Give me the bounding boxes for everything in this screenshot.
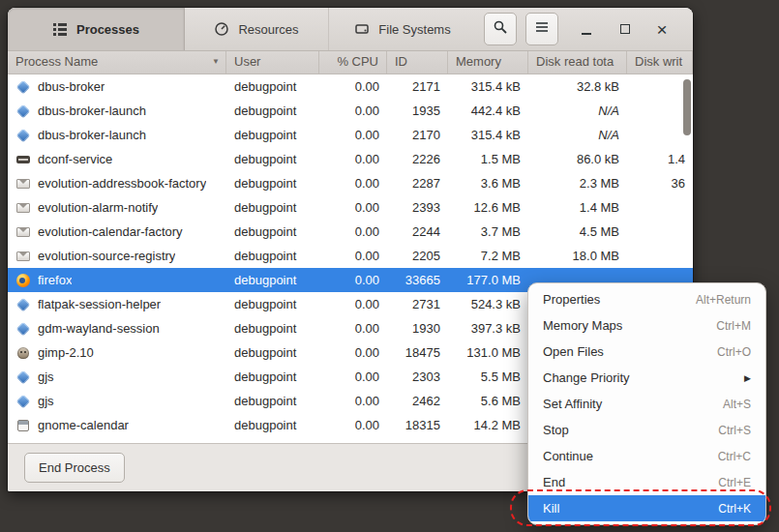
process-disk-read: 4.5 MB bbox=[528, 224, 627, 239]
end-process-button[interactable]: End Process bbox=[24, 453, 125, 483]
process-icon bbox=[15, 321, 31, 337]
context-menu-item-label: Open Files bbox=[543, 344, 604, 359]
process-id: 2171 bbox=[387, 79, 448, 94]
table-column-headers: Process Name ▼ User % CPU ID Memory Disk… bbox=[8, 51, 693, 74]
context-menu-item-accel: Alt+Return bbox=[696, 293, 751, 307]
context-menu-item-accel: Ctrl+M bbox=[716, 319, 751, 333]
scrollbar-thumb[interactable] bbox=[683, 79, 691, 135]
process-id: 1930 bbox=[387, 321, 448, 336]
process-cpu: 0.00 bbox=[319, 321, 387, 336]
context-menu-item-accel: Alt+S bbox=[723, 398, 751, 411]
process-icon bbox=[15, 394, 31, 409]
process-memory: 131.0 MB bbox=[448, 345, 528, 360]
context-menu-item-label: Properties bbox=[543, 292, 600, 307]
table-row[interactable]: evolution-addressbook-factory debugpoint… bbox=[8, 171, 693, 195]
tab-file-systems[interactable]: File Systems bbox=[329, 8, 476, 50]
process-user: debugpoint bbox=[226, 176, 319, 191]
context-menu-item-label: Change Priority bbox=[543, 370, 630, 385]
process-user: debugpoint bbox=[226, 103, 319, 118]
process-icon bbox=[15, 224, 31, 240]
table-row[interactable]: evolution-source-registry debugpoint 0.0… bbox=[8, 244, 693, 268]
table-row[interactable]: dbus-broker-launch debugpoint 0.00 2170 … bbox=[8, 123, 693, 147]
process-name: evolution-alarm-notify bbox=[38, 200, 158, 215]
column-header-process-name[interactable]: Process Name ▼ bbox=[8, 51, 226, 74]
context-menu-item[interactable]: Change Priority ▶ bbox=[528, 365, 765, 391]
context-menu-item[interactable]: Open Files Ctrl+O bbox=[528, 339, 765, 365]
process-cpu: 0.00 bbox=[319, 249, 387, 263]
process-icon bbox=[15, 200, 31, 216]
process-memory: 7.2 MB bbox=[448, 249, 528, 263]
table-row[interactable]: evolution-alarm-notify debugpoint 0.00 2… bbox=[8, 195, 693, 220]
context-menu-item[interactable]: Memory Maps Ctrl+M bbox=[528, 312, 765, 339]
process-name: firefox bbox=[38, 273, 72, 287]
process-cpu: 0.00 bbox=[319, 103, 387, 118]
process-icon bbox=[15, 128, 31, 143]
column-header-id[interactable]: ID bbox=[387, 51, 448, 74]
context-menu-item[interactable]: Properties Alt+Return bbox=[528, 286, 765, 312]
process-user: debugpoint bbox=[226, 369, 319, 384]
process-memory: 12.6 MB bbox=[448, 200, 528, 215]
process-user: debugpoint bbox=[226, 418, 319, 432]
process-cpu: 0.00 bbox=[319, 200, 387, 215]
context-menu-item-accel: Ctrl+E bbox=[718, 476, 751, 489]
context-menu-item-label: End bbox=[543, 475, 565, 489]
process-id: 2226 bbox=[387, 152, 448, 166]
context-menu-item[interactable]: Kill Ctrl+K bbox=[528, 495, 765, 521]
column-header-user[interactable]: User bbox=[226, 51, 319, 74]
process-name: dbus-broker-launch bbox=[38, 103, 146, 118]
context-menu: Properties Alt+Return Memory Maps Ctrl+M… bbox=[527, 282, 766, 525]
process-icon bbox=[15, 297, 31, 312]
process-id: 2731 bbox=[387, 297, 448, 311]
process-icon bbox=[15, 369, 31, 385]
context-menu-item[interactable]: End Ctrl+E bbox=[528, 469, 765, 495]
process-disk-read: N/A bbox=[528, 103, 627, 118]
column-header-cpu[interactable]: % CPU bbox=[319, 51, 387, 74]
maximize-button[interactable] bbox=[614, 17, 637, 41]
process-id: 2205 bbox=[387, 249, 448, 263]
processes-icon bbox=[52, 21, 68, 37]
table-row[interactable]: dbus-broker debugpoint 0.00 2171 315.4 k… bbox=[8, 74, 693, 99]
process-disk-read: N/A bbox=[528, 128, 627, 142]
context-menu-item[interactable]: Set Affinity Alt+S bbox=[528, 391, 765, 417]
process-user: debugpoint bbox=[226, 394, 319, 408]
tab-resources[interactable]: Resources bbox=[185, 8, 329, 50]
process-user: debugpoint bbox=[226, 321, 319, 336]
column-header-memory[interactable]: Memory bbox=[448, 51, 528, 74]
context-menu-item-label: Memory Maps bbox=[543, 318, 622, 333]
minimize-button[interactable] bbox=[575, 17, 598, 41]
process-memory: 3.7 MB bbox=[448, 224, 528, 239]
context-menu-item-label: Continue bbox=[543, 449, 593, 463]
primary-menu-button[interactable] bbox=[525, 13, 558, 45]
process-name: dconf-service bbox=[38, 152, 112, 166]
process-id: 1935 bbox=[387, 103, 448, 118]
process-name: gimp-2.10 bbox=[38, 345, 94, 360]
column-header-disk-write[interactable]: Disk writ bbox=[627, 51, 693, 74]
process-memory: 397.3 kB bbox=[448, 321, 528, 336]
process-name: gjs bbox=[38, 369, 54, 384]
table-row[interactable]: evolution-calendar-factory debugpoint 0.… bbox=[8, 220, 693, 244]
table-row[interactable]: dconf-service debugpoint 0.00 2226 1.5 M… bbox=[8, 147, 693, 171]
tab-processes[interactable]: Processes bbox=[8, 8, 185, 50]
process-memory: 3.6 MB bbox=[448, 176, 528, 191]
process-id: 2303 bbox=[387, 369, 448, 384]
process-disk-read: 2.3 MB bbox=[528, 176, 627, 191]
process-icon bbox=[15, 79, 31, 95]
process-cpu: 0.00 bbox=[319, 152, 387, 166]
process-user: debugpoint bbox=[226, 345, 319, 360]
context-menu-item-label: Kill bbox=[543, 501, 559, 516]
process-icon bbox=[15, 418, 31, 433]
process-name: evolution-source-registry bbox=[38, 249, 175, 263]
context-menu-item-accel: Ctrl+C bbox=[718, 450, 751, 463]
process-memory: 524.3 kB bbox=[448, 297, 528, 311]
process-name: gdm-wayland-session bbox=[38, 321, 160, 336]
context-menu-item-accel: Ctrl+S bbox=[718, 424, 751, 437]
process-cpu: 0.00 bbox=[319, 224, 387, 239]
context-menu-item[interactable]: Stop Ctrl+S bbox=[528, 417, 765, 443]
close-button[interactable]: × bbox=[650, 17, 674, 41]
process-memory: 315.4 kB bbox=[448, 128, 528, 142]
context-menu-item[interactable]: Continue Ctrl+C bbox=[528, 443, 765, 469]
table-row[interactable]: dbus-broker-launch debugpoint 0.00 1935 … bbox=[8, 99, 693, 123]
tab-file-systems-label: File Systems bbox=[378, 22, 450, 37]
column-header-disk-read[interactable]: Disk read tota bbox=[528, 51, 627, 74]
search-button[interactable] bbox=[484, 13, 517, 45]
